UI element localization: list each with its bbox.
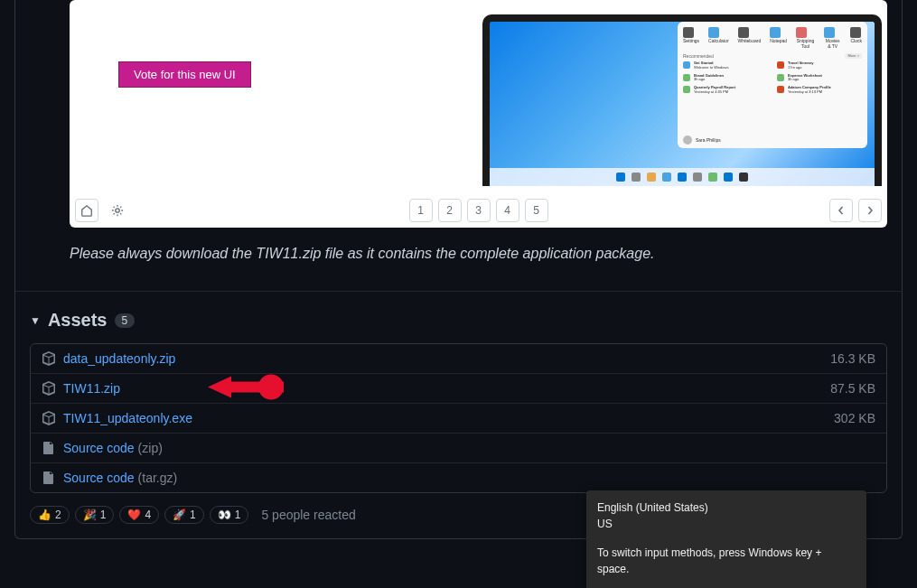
ime-region: US — [597, 516, 856, 532]
asset-size: 87.5 KB — [830, 381, 875, 396]
assets-list: data_updateonly.zip16.3 KBTIW11.zip87.5 … — [30, 343, 887, 493]
caret-down-icon: ▼ — [30, 314, 41, 327]
page-5-button[interactable]: 5 — [525, 199, 548, 222]
page-2-button[interactable]: 2 — [438, 199, 462, 222]
reaction-pill[interactable]: 👀1 — [210, 506, 249, 524]
reaction-count: 4 — [145, 509, 151, 521]
asset-ext: (zip) — [138, 441, 163, 455]
reaction-emoji: 👀 — [218, 509, 231, 521]
page-1-button[interactable]: 1 — [409, 199, 433, 222]
reaction-emoji: 🚀 — [173, 509, 186, 521]
slide-panel-left: Vote for this new UI — [75, 5, 475, 186]
vote-button[interactable]: Vote for this new UI — [118, 61, 251, 88]
asset-size: 16.3 KB — [830, 351, 875, 366]
assets-count-badge: 5 — [115, 313, 136, 328]
gear-icon[interactable] — [106, 199, 129, 222]
asset-link[interactable]: Source code — [63, 441, 135, 455]
page-3-button[interactable]: 3 — [467, 199, 491, 222]
asset-row: TIW11.zip87.5 KB — [31, 374, 886, 404]
reaction-count: 1 — [100, 509, 107, 521]
assets-title: Assets — [48, 310, 108, 331]
reaction-emoji: ❤️ — [127, 509, 141, 521]
ime-language: English (United States) — [597, 499, 856, 516]
start-menu: Settings Calculator Whiteboard Notepad S… — [678, 22, 867, 148]
slide-panel-right: Settings Calculator Whiteboard Notepad S… — [482, 5, 883, 186]
package-icon — [42, 381, 56, 396]
reaction-count: 1 — [235, 509, 241, 521]
reaction-count: 2 — [55, 509, 61, 521]
asset-link[interactable]: data_updateonly.zip — [63, 351, 175, 366]
asset-row: data_updateonly.zip16.3 KB — [31, 344, 886, 374]
slideshow-controls: 1 2 3 4 5 — [75, 199, 882, 222]
prev-button[interactable] — [829, 199, 853, 222]
file-zip-icon — [42, 441, 56, 455]
download-notice: Please always download the TIW11.zip fil… — [70, 246, 887, 262]
arrow-annotation — [202, 373, 284, 405]
package-icon — [42, 351, 56, 366]
asset-row: Source code (zip) — [31, 434, 886, 463]
next-button[interactable] — [858, 199, 882, 222]
reaction-count: 1 — [190, 509, 196, 521]
svg-point-0 — [116, 209, 119, 212]
svg-point-1 — [258, 375, 284, 400]
asset-link[interactable]: TIW11.zip — [63, 381, 120, 396]
page-4-button[interactable]: 4 — [496, 199, 519, 222]
asset-size: 302 KB — [834, 411, 875, 425]
package-icon — [42, 411, 56, 425]
taskbar — [490, 168, 875, 186]
reaction-summary: 5 people reacted — [261, 508, 355, 522]
windows-desktop-mock: Settings Calculator Whiteboard Notepad S… — [482, 14, 883, 186]
reaction-emoji: 🎉 — [83, 509, 97, 521]
reaction-pill[interactable]: ❤️4 — [119, 506, 159, 524]
asset-ext: (tar.gz) — [138, 471, 178, 485]
home-icon[interactable] — [75, 199, 98, 222]
slideshow-card: Vote for this new UI Settings Calculator… — [70, 0, 887, 228]
asset-link[interactable]: TIW11_updateonly.exe — [63, 411, 192, 425]
asset-row: TIW11_updateonly.exe302 KB — [31, 404, 886, 434]
ime-popup: English (United States) US To switch inp… — [586, 490, 866, 588]
asset-link[interactable]: Source code — [63, 471, 135, 485]
assets-toggle[interactable]: ▼ Assets 5 — [30, 310, 887, 331]
ime-hint: To switch input methods, press Windows k… — [597, 545, 856, 577]
file-zip-icon — [42, 471, 56, 485]
reaction-pill[interactable]: 👍2 — [30, 506, 70, 524]
reaction-pill[interactable]: 🎉1 — [75, 506, 115, 524]
reaction-pill[interactable]: 🚀1 — [164, 506, 204, 524]
asset-row: Source code (tar.gz) — [31, 463, 886, 492]
reaction-emoji: 👍 — [38, 509, 51, 521]
